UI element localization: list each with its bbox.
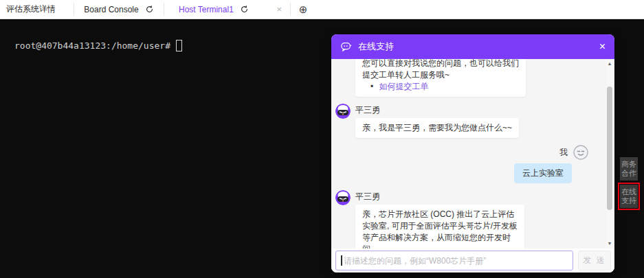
chat-panel: 在线支持 × 您可以直接对我说您的问题，也可以给我们 提交工单转人工服务哦~ •…: [331, 34, 614, 273]
side-tab-label-line: 商务: [621, 160, 637, 169]
side-tab-label-line: 合作: [621, 169, 637, 178]
bot-message-bubble: 您可以直接对我说您的问题，也可以给我们 提交工单转人工服务哦~ • 如何提交工单: [355, 59, 526, 97]
side-tab-label-line: 支持: [621, 196, 637, 205]
message-link-row: • 如何提交工单: [362, 81, 519, 93]
refresh-icon[interactable]: [240, 5, 249, 14]
chat-scrollbar[interactable]: ▲ ▼: [606, 59, 613, 248]
submit-ticket-link[interactable]: 如何提交工单: [379, 82, 429, 91]
scrollbar-thumb[interactable]: [607, 86, 612, 210]
side-tab-business-cooperation[interactable]: 商务 合作: [620, 157, 638, 181]
tab-label: 评估系统详情: [6, 3, 56, 15]
scroll-down-icon[interactable]: ▼: [606, 240, 613, 247]
tab-label: Host Terminal1: [179, 5, 234, 14]
tab-board-console[interactable]: Board Console: [74, 0, 164, 19]
message-line: 亲，芯片开放社区 (OCC) 推出了云上评估: [362, 209, 518, 220]
chat-input-bar: 发 送: [331, 248, 614, 273]
chat-title: 在线支持: [358, 40, 394, 53]
user-message: 我 云上实验室: [335, 145, 605, 183]
chat-header: 在线支持 ×: [331, 34, 614, 59]
bot-name: 平三勇: [355, 190, 524, 201]
tab-eval-system-details[interactable]: 评估系统详情: [0, 0, 74, 19]
user-name: 我: [559, 147, 568, 159]
tab-host-terminal1[interactable]: Host Terminal1 ×: [164, 0, 290, 19]
bullet: •: [370, 82, 373, 91]
user-avatar: [573, 145, 588, 160]
send-button[interactable]: 发 送: [578, 251, 611, 270]
side-tabs: 商务 合作 在线 支持: [618, 157, 640, 210]
side-tab-label-line: 在线: [621, 187, 637, 196]
screen: 评估系统详情 Board Console Host Terminal1 × ⊕ …: [0, 0, 644, 278]
message-line: 提交工单转人工服务哦~: [362, 69, 519, 81]
bot-avatar: [335, 190, 351, 205]
terminal-cursor: [176, 40, 182, 51]
message-line: 实验室, 可用于全面评估平头哥芯片/开发板: [362, 220, 518, 232]
bot-avatar: [335, 104, 351, 119]
chat-bubble-icon: [340, 40, 353, 53]
message-line: 您可以直接对我说您的问题，也可以给我们: [362, 59, 519, 69]
scroll-up-icon[interactable]: ▲: [606, 60, 613, 67]
bot-message: 平三勇 亲，我是平三勇，需要我为您做点什么~~: [335, 104, 605, 138]
tab-label: Board Console: [84, 5, 138, 14]
chat-close-icon[interactable]: ×: [599, 41, 606, 52]
bot-message: 平三勇 亲，芯片开放社区 (OCC) 推出了云上评估 实验室, 可用于全面评估平…: [335, 190, 605, 248]
bot-name: 平三勇: [355, 104, 519, 115]
user-message-bubble: 云上实验室: [514, 163, 572, 183]
side-tab-online-support[interactable]: 在线 支持: [620, 185, 638, 208]
bot-message-bubble: 亲，芯片开放社区 (OCC) 推出了云上评估 实验室, 可用于全面评估平头哥芯片…: [355, 205, 524, 248]
chat-message-input[interactable]: [335, 251, 573, 270]
close-tab-icon[interactable]: ×: [276, 4, 282, 14]
highlight-annotation-box: 在线 支持: [618, 183, 640, 210]
chat-messages: 您可以直接对我说您的问题，也可以给我们 提交工单转人工服务哦~ • 如何提交工单: [331, 59, 614, 248]
message-line: 间。: [362, 244, 518, 248]
text-caret: [341, 255, 342, 266]
refresh-icon[interactable]: [145, 5, 154, 14]
tab-bar: 评估系统详情 Board Console Host Terminal1 × ⊕: [0, 0, 644, 19]
message-line: 等产品和解决方案，从而缩短您的开发时: [362, 232, 518, 244]
add-tab-button[interactable]: ⊕: [291, 0, 315, 19]
bot-message-bubble: 亲，我是平三勇，需要我为您做点什么~~: [355, 118, 519, 138]
terminal-prompt: root@407b44a13123:/home/user#: [14, 40, 170, 51]
